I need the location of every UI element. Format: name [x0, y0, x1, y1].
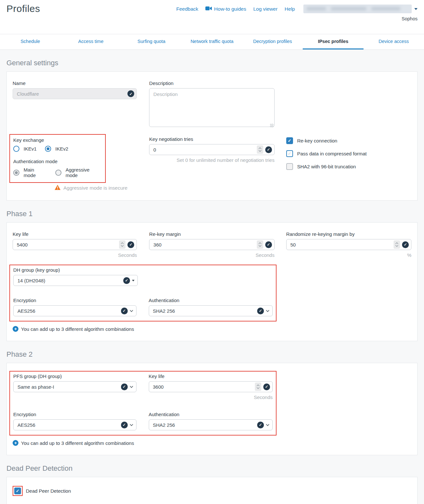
checkbox-rekey-connection[interactable]: ✓ Re-key connection — [286, 137, 411, 144]
auth-mode-label: Authentication mode — [13, 159, 102, 164]
checkbox-sha2-label: SHA2 with 96-bit truncation — [297, 164, 356, 169]
checkbox-empty-icon: ✓ — [286, 150, 293, 157]
p1-dh-group-select[interactable]: 14 (DH2048) ✓ — [13, 275, 138, 286]
p1-authentication-select[interactable]: SHA2 256 ✓ — [149, 305, 273, 316]
chevron-down-icon — [130, 424, 133, 426]
valid-check-icon: ✓ — [265, 241, 272, 248]
p2-key-life-input[interactable] — [149, 381, 273, 392]
key-exchange-label: Key exchange — [13, 137, 102, 143]
chevron-down-icon — [266, 310, 269, 312]
name-input[interactable] — [13, 88, 137, 99]
add-plus-icon[interactable]: + — [13, 440, 18, 446]
account-name-redacted — [303, 5, 412, 13]
chevron-down-icon — [266, 424, 269, 426]
phase2-heading: Phase 2 — [6, 350, 418, 359]
dropdown-caret-icon — [132, 280, 135, 281]
p1-encryption-select[interactable]: AES256 ✓ — [13, 305, 136, 316]
p1-algorithms-highlight: DH group (key group) 14 (DH2048) ✓ Encry… — [9, 265, 277, 321]
valid-check-icon: ✓ — [265, 146, 272, 153]
p1-rekey-margin-input[interactable] — [149, 239, 274, 250]
key-negotiation-hint: Set 0 for unlimited number of negotiatio… — [149, 157, 274, 163]
radio-main-mode[interactable]: Main mode — [13, 167, 47, 178]
p1-encryption-label: Encryption — [13, 298, 136, 303]
valid-check-icon: ✓ — [263, 383, 270, 390]
howto-guides-label: How-to guides — [214, 6, 246, 12]
number-stepper[interactable] — [394, 240, 400, 249]
number-stepper[interactable] — [257, 145, 263, 154]
valid-check-icon: ✓ — [127, 90, 134, 97]
account-menu[interactable] — [303, 5, 418, 13]
aggressive-warning-text: Aggressive mode is insecure — [63, 185, 127, 191]
tab-surfing-quota[interactable]: Surfing quota — [121, 34, 182, 49]
log-viewer-label: Log viewer — [253, 6, 277, 12]
p1-rekey-margin-unit: Seconds — [149, 252, 274, 258]
p1-randomize-input[interactable] — [286, 239, 411, 250]
header-section: Profiles Feedback How-to guides Log view… — [0, 0, 424, 50]
p1-randomize-label: Randomize re-keying margin by — [286, 231, 411, 237]
p2-pfs-group-value: Same as phase-I — [17, 384, 54, 390]
p2-encryption-value: AES256 — [17, 422, 35, 428]
howto-guides-link[interactable]: How-to guides — [205, 6, 246, 12]
valid-check-icon: ✓ — [257, 308, 264, 314]
number-stepper[interactable] — [119, 240, 125, 249]
general-settings-heading: General settings — [6, 59, 418, 67]
number-stepper[interactable] — [257, 240, 263, 249]
radio-ikev1-label: IKEv1 — [24, 146, 37, 152]
valid-check-icon: ✓ — [257, 422, 264, 428]
checkbox-checked-icon: ✓ — [286, 137, 293, 144]
valid-check-icon: ✓ — [123, 277, 130, 284]
tab-network-traffic-quota[interactable]: Network traffic quota — [182, 34, 242, 49]
p1-key-life-input[interactable] — [13, 239, 137, 250]
chevron-down-icon — [130, 310, 133, 312]
add-plus-icon[interactable]: + — [13, 326, 18, 332]
p1-add-combination-note: + You can add up to 3 different algorith… — [13, 326, 411, 332]
tab-access-time[interactable]: Access time — [60, 34, 121, 49]
dpd-heading: Dead Peer Detection — [6, 464, 418, 473]
log-viewer-link[interactable]: Log viewer — [253, 6, 277, 12]
warning-triangle-icon — [55, 185, 60, 191]
p2-pfs-group-label: PFS group (DH group) — [13, 373, 136, 379]
checkbox-rekey-label: Re-key connection — [297, 138, 337, 143]
name-label: Name — [13, 80, 137, 86]
tab-ipsec-profiles[interactable]: IPsec profiles — [303, 34, 363, 49]
radio-ikev2[interactable]: IKEv2 — [45, 146, 68, 152]
radio-ikev1[interactable]: IKEv1 — [13, 146, 37, 152]
p2-authentication-select[interactable]: SHA2 256 ✓ — [149, 419, 273, 430]
page-title: Profiles — [6, 3, 40, 14]
key-negotiation-input[interactable] — [149, 144, 274, 155]
tab-device-access[interactable]: Device access — [364, 34, 424, 49]
radio-main-mode-label: Main mode — [24, 167, 47, 178]
p2-authentication-value: SHA2 256 — [153, 422, 175, 428]
radio-aggressive-mode[interactable]: Aggressive mode — [55, 167, 102, 178]
p2-encryption-select[interactable]: AES256 ✓ — [13, 419, 136, 430]
feedback-link[interactable]: Feedback — [176, 6, 198, 12]
p2-key-life-unit: Seconds — [149, 394, 273, 400]
number-stepper[interactable] — [255, 383, 261, 391]
p2-algorithms-highlight: PFS group (DH group) Same as phase-I ✓ K… — [9, 371, 277, 436]
key-exchange-highlight: Key exchange IKEv1 IKEv2 Authentication … — [9, 134, 106, 183]
help-link[interactable]: Help — [285, 6, 295, 12]
chevron-down-icon — [130, 386, 133, 388]
p1-note-text: You can add up to 3 different algorithm … — [21, 326, 134, 332]
radio-main-mode-icon — [13, 170, 19, 176]
valid-check-icon: ✓ — [121, 383, 128, 390]
feedback-label: Feedback — [176, 6, 198, 12]
dpd-checkbox-highlight: ✓ — [13, 486, 23, 496]
radio-ikev1-icon — [13, 146, 19, 152]
checkbox-compressed-format[interactable]: ✓ Pass data in compressed format — [286, 150, 411, 157]
p2-add-combination-note: + You can add up to 3 different algorith… — [13, 440, 411, 446]
checkbox-sha2-truncation[interactable]: SHA2 with 96-bit truncation — [286, 163, 411, 170]
dpd-card: ✓ Dead Peer Detection Check peer after e… — [6, 477, 418, 504]
resize-grip-icon[interactable] — [270, 124, 274, 127]
p1-rekey-margin-label: Re-key margin — [149, 231, 274, 237]
tab-decryption-profiles[interactable]: Decryption profiles — [242, 34, 303, 49]
checkbox-empty-icon — [286, 163, 293, 170]
p1-randomize-unit: % — [286, 252, 411, 258]
dpd-enable-checkbox[interactable]: ✓ — [14, 488, 21, 494]
valid-check-icon: ✓ — [127, 241, 134, 248]
tab-schedule[interactable]: Schedule — [0, 34, 60, 49]
p1-key-life-unit: Seconds — [13, 252, 137, 258]
phase1-card: Key life ✓ Seconds Re-key margin — [6, 222, 418, 341]
description-textarea[interactable] — [149, 88, 274, 127]
p2-pfs-group-select[interactable]: Same as phase-I ✓ — [13, 381, 136, 392]
